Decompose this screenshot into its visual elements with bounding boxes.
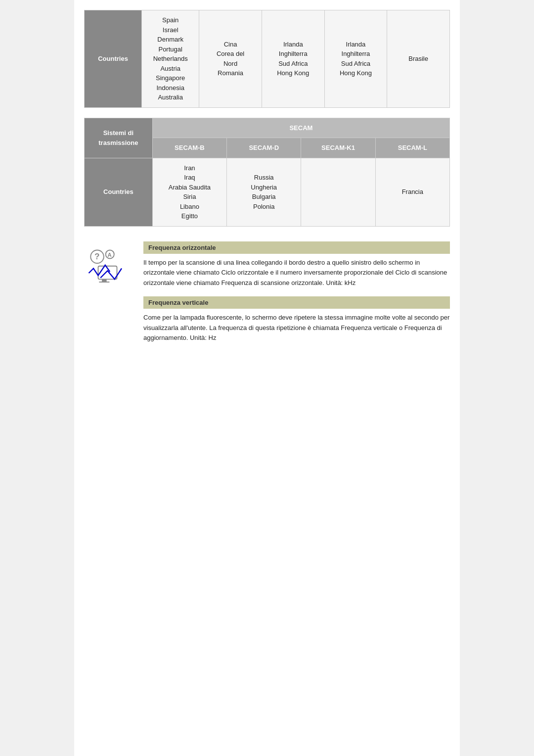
horizontal-freq-text: Il tempo per la scansione di una linea c… xyxy=(143,258,450,288)
info-section: ? A Frequenza orizzontale Il tempo per l… xyxy=(84,241,450,352)
col1-countries: Spain Israel Denmark Portugal Netherland… xyxy=(142,10,199,108)
svg-rect-6 xyxy=(99,282,109,283)
col2-countries: Cina Corea del Nord Romania xyxy=(199,10,262,108)
countries-header-2: Countries xyxy=(85,158,153,226)
col5-countries: Brasile xyxy=(387,10,450,108)
info-content: Frequenza orizzontale Il tempo per la sc… xyxy=(143,241,450,352)
svg-rect-5 xyxy=(102,279,107,282)
secam-col4: Francia xyxy=(375,158,449,226)
col4-countries: Irlanda Inghilterra Sud Africa Hong Kong xyxy=(324,10,387,108)
vertical-freq-text: Come per la lampada fluorescente, lo sch… xyxy=(143,313,450,343)
secam-b-header: SECAM-B xyxy=(152,138,226,158)
horizontal-freq-title: Frequenza orizzontale xyxy=(143,241,450,254)
col3-countries: Irlanda Inghilterra Sud Africa Hong Kong xyxy=(262,10,324,108)
countries-header-1: Countries xyxy=(85,10,142,108)
secam-col2: Russia Ungheria Bulgaria Polonia xyxy=(227,158,301,226)
svg-text:?: ? xyxy=(94,252,99,261)
decorative-image: ? A xyxy=(84,241,134,287)
sistemi-header: Sistemi di trasmissione xyxy=(85,118,153,158)
svg-text:A: A xyxy=(108,251,112,257)
page-wrapper: Countries Spain Israel Denmark Portugal … xyxy=(74,0,460,756)
secam-col3 xyxy=(301,158,375,226)
secam-table: Sistemi di trasmissione SECAM SECAM-B SE… xyxy=(84,118,450,227)
pal-table: Countries Spain Israel Denmark Portugal … xyxy=(84,10,450,108)
secam-d-header: SECAM-D xyxy=(227,138,301,158)
secam-col1: Iran Iraq Arabia Saudita Siria Libano Eg… xyxy=(152,158,226,226)
secam-k-header: SECAM-K1 xyxy=(301,138,375,158)
vertical-freq-block: Frequenza verticale Come per la lampada … xyxy=(143,296,450,343)
horizontal-freq-block: Frequenza orizzontale Il tempo per la sc… xyxy=(143,241,450,288)
secam-main-header: SECAM xyxy=(152,118,449,138)
vertical-freq-title: Frequenza verticale xyxy=(143,296,450,309)
secam-l-header: SECAM-L xyxy=(375,138,449,158)
